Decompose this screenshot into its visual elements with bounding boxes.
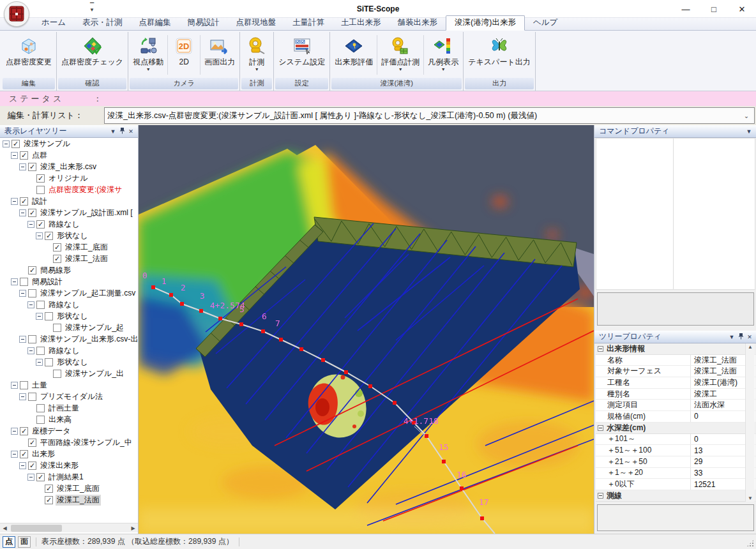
scroll-down-icon[interactable]: ▼ <box>746 495 755 501</box>
tab-dredge-asbuilt[interactable]: 浚渫(港湾)出来形 <box>446 15 525 31</box>
property-group-row[interactable]: 水深差(cm) <box>596 423 755 434</box>
system-settings-button[interactable]: システム設定 <box>275 33 328 77</box>
tree-item[interactable]: 出来高 <box>0 414 138 425</box>
visibility-checkbox[interactable] <box>53 370 61 378</box>
tree-item[interactable]: ✓出来形 <box>0 448 138 460</box>
visibility-checkbox[interactable]: ✓ <box>28 163 36 171</box>
visibility-checkbox[interactable]: ✓ <box>36 473 45 481</box>
viewpoint-move-button[interactable]: 視点移動 ▼ <box>130 33 167 77</box>
tab-pointcloud-edit[interactable]: 点群編集 <box>131 16 179 30</box>
visibility-checkbox[interactable]: ✓ <box>11 140 20 148</box>
visibility-checkbox[interactable]: ✓ <box>28 439 36 447</box>
collapse-icon[interactable] <box>36 232 43 239</box>
property-group-row[interactable]: 測線 <box>596 490 755 502</box>
visibility-checkbox[interactable]: ✓ <box>45 496 53 504</box>
tree-horizontal-scrollbar[interactable]: ◀ ▶ <box>0 523 138 532</box>
scroll-up-icon[interactable]: ▲ <box>746 344 755 350</box>
scrollbar-thumb[interactable] <box>11 525 62 532</box>
visibility-checkbox[interactable] <box>28 289 36 297</box>
collapse-icon[interactable] <box>11 451 18 458</box>
tree-item[interactable]: ✓平面路線-浚渫サンプル_中 <box>0 437 138 448</box>
legend-display-button[interactable]: 凡例表示 ▼ <box>425 33 462 77</box>
visibility-checkbox[interactable]: ✓ <box>36 174 45 183</box>
collapse-icon[interactable] <box>27 301 34 308</box>
tree-item[interactable]: ✓オリジナル <box>0 172 138 184</box>
property-row[interactable]: 種別名浚渫工 <box>596 389 755 400</box>
collapse-icon[interactable] <box>19 209 26 216</box>
collapse-icon[interactable] <box>598 425 603 431</box>
minimize-button[interactable]: — <box>672 0 700 18</box>
tab-simple-design[interactable]: 簡易設計 <box>179 16 228 30</box>
resize-grip[interactable] <box>746 539 754 547</box>
visibility-checkbox[interactable]: ✓ <box>45 232 53 240</box>
collapse-icon[interactable] <box>27 347 34 354</box>
visibility-checkbox[interactable] <box>36 347 45 355</box>
property-row[interactable]: ＋0以下12521 <box>596 479 755 490</box>
edit-calc-list-dropdown[interactable]: 浚渫_出来形.csv-点群密度変更:(浚渫サンプル_設計面.xml [ 属性あり… <box>104 107 755 124</box>
collapse-icon[interactable] <box>3 140 10 147</box>
tab-earthwork-calc[interactable]: 土量計算 <box>284 16 333 30</box>
collapse-icon[interactable] <box>11 382 18 389</box>
panel-menu-icon[interactable]: ▼ <box>727 334 736 340</box>
property-row[interactable]: 規格値(cm)0 <box>596 411 755 423</box>
visibility-checkbox[interactable] <box>20 278 28 286</box>
tree-item[interactable]: ✓浚渫サンプル <box>0 138 138 149</box>
collapse-icon[interactable] <box>27 221 34 228</box>
panel-menu-icon[interactable]: ▼ <box>109 128 117 135</box>
visibility-checkbox[interactable] <box>36 301 45 309</box>
tree-item[interactable]: 形状なし <box>0 356 138 368</box>
tree-item[interactable]: ✓浚渫工_底面 <box>0 483 138 494</box>
collapse-icon[interactable] <box>11 152 18 159</box>
tab-view-measure[interactable]: 表示・計測 <box>74 16 131 30</box>
texpart-output-button[interactable]: テキスパート出力 <box>465 33 533 77</box>
visibility-checkbox[interactable]: ✓ <box>20 450 28 458</box>
visibility-checkbox[interactable]: ✓ <box>53 255 61 263</box>
tree-item[interactable]: 形状なし <box>0 310 138 322</box>
close-button[interactable]: ✕ <box>728 0 756 18</box>
collapse-icon[interactable] <box>36 313 43 320</box>
evaluation-point-measure-button[interactable]: 評価点計測 ▼ <box>378 33 423 77</box>
tree-item[interactable]: ✓浚渫サンプル_設計面.xml [ <box>0 207 138 218</box>
tree-item[interactable]: ✓計測結果1 <box>0 471 138 483</box>
property-row[interactable]: 工種名浚渫工(港湾) <box>596 377 755 389</box>
tree-item[interactable]: 簡易設計 <box>0 276 138 287</box>
visibility-checkbox[interactable] <box>28 393 36 401</box>
tree-item[interactable]: ✓設計 <box>0 195 138 207</box>
collapse-icon[interactable] <box>11 278 18 285</box>
scroll-left-icon[interactable]: ◀ <box>0 525 10 531</box>
tree-item[interactable]: 浚渫サンプル_出 <box>0 368 138 379</box>
tree-item[interactable]: ✓路線なし <box>0 218 138 230</box>
tree-item[interactable]: ✓浚渫出来形 <box>0 460 138 471</box>
tree-item[interactable]: 計画土量 <box>0 402 138 414</box>
measure-button[interactable]: 計測 ▼ <box>241 33 272 77</box>
property-row[interactable]: ＋101～0 <box>596 434 755 446</box>
visibility-checkbox[interactable] <box>36 416 45 424</box>
app-menu-button[interactable] <box>4 1 29 27</box>
tree-item[interactable]: ✓座標データ <box>0 425 138 437</box>
tree-item[interactable]: ✓浚渫_出来形.csv <box>0 161 138 172</box>
visibility-checkbox[interactable]: ✓ <box>20 197 28 206</box>
tab-pavement-asbuilt[interactable]: 舗装出来形 <box>389 16 446 30</box>
close-panel-icon[interactable]: ✕ <box>745 334 754 340</box>
visibility-checkbox[interactable] <box>36 404 45 412</box>
property-row[interactable]: 名称浚渫工_法面 <box>596 355 755 366</box>
visibility-checkbox[interactable] <box>20 381 28 389</box>
density-check-button[interactable]: 点群密度チェック <box>58 33 126 77</box>
change-density-button[interactable]: 点群密度変更 <box>3 33 55 77</box>
face-mode-button[interactable]: 面 <box>18 536 31 548</box>
collapse-icon[interactable] <box>19 393 26 400</box>
tree-item[interactable]: 浚渫サンプル_起 <box>0 322 138 333</box>
property-row[interactable]: 測定項目法面水深 <box>596 400 755 411</box>
visibility-checkbox[interactable] <box>36 186 45 194</box>
visibility-checkbox[interactable]: ✓ <box>20 151 28 160</box>
collapse-icon[interactable] <box>36 359 43 366</box>
tree-item[interactable]: ✓浚渫工_底面 <box>0 241 138 253</box>
tab-pointcloud-ground[interactable]: 点群現地盤 <box>228 16 285 30</box>
tree-item[interactable]: ✓形状なし <box>0 230 138 241</box>
screen-output-button[interactable]: 画面出力 <box>201 33 238 77</box>
property-row[interactable]: ＋21～＋5029 <box>596 456 755 468</box>
property-row[interactable]: 対象サーフェス浚渫工_法面 <box>596 366 755 377</box>
collapse-icon[interactable] <box>11 428 18 435</box>
visibility-checkbox[interactable]: ✓ <box>53 243 61 252</box>
pin-icon[interactable] <box>736 333 745 341</box>
